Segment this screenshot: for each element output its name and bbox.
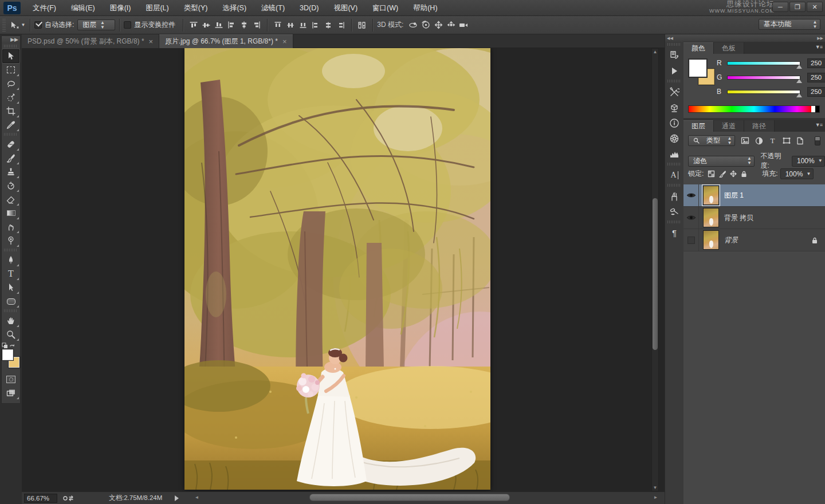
align-horizontal-centers-icon[interactable]: [238, 19, 250, 31]
distribute-horizontal-centers-icon[interactable]: [322, 19, 335, 31]
layer-filter-type-dropdown[interactable]: 类型 ▲▼: [688, 135, 735, 146]
fill-dropdown[interactable]: 100% ▼: [780, 168, 814, 179]
red-channel-slider[interactable]: [727, 61, 800, 65]
rounded-rectangle-tool[interactable]: [2, 294, 19, 308]
workspace-switcher[interactable]: 基本功能 ▲▼: [759, 19, 820, 30]
align-top-edges-icon[interactable]: [187, 19, 200, 31]
menu-item-select[interactable]: 选择(S): [215, 0, 254, 16]
3d-camera-icon[interactable]: [457, 19, 470, 31]
visibility-toggle[interactable]: [683, 229, 699, 251]
history-brush-tool[interactable]: [2, 179, 19, 192]
zoom-level-field[interactable]: 66.67%: [24, 494, 57, 503]
lock-transparent-pixels-icon[interactable]: [706, 169, 717, 179]
hand-tool[interactable]: [2, 314, 19, 328]
lasso-tool[interactable]: [2, 77, 19, 90]
tab-channels[interactable]: 通道: [714, 120, 744, 132]
show-transform-checkbox[interactable]: [124, 21, 131, 29]
eraser-tool[interactable]: [2, 192, 19, 206]
menu-item-window[interactable]: 窗口(W): [365, 0, 406, 16]
menu-item-view[interactable]: 视图(V): [326, 0, 365, 16]
distribute-right-edges-icon[interactable]: [335, 19, 347, 31]
tab-close-icon[interactable]: ×: [149, 38, 154, 45]
align-left-edges-icon[interactable]: [225, 19, 238, 31]
red-channel-value[interactable]: 250: [807, 58, 825, 68]
lock-position-icon[interactable]: [728, 169, 738, 179]
layers-panel-menu-icon[interactable]: ▼≡: [815, 122, 822, 128]
crop-tool[interactable]: [2, 104, 19, 118]
brush-tool[interactable]: [2, 151, 19, 165]
3d-rotate-icon[interactable]: [407, 19, 419, 31]
layer-thumbnail[interactable]: [703, 230, 719, 250]
filter-smart-objects-icon[interactable]: [795, 136, 806, 145]
layer-row-background-copy[interactable]: 背景 拷贝: [683, 207, 825, 229]
vertical-scrollbar-thumb[interactable]: [653, 198, 658, 350]
smudge-tool[interactable]: [2, 220, 19, 234]
status-options-icon[interactable]: [62, 495, 74, 502]
horizontal-scrollbar[interactable]: ◄ ►: [194, 493, 652, 502]
info-panel-icon[interactable]: [666, 115, 682, 131]
blue-channel-slider[interactable]: [727, 90, 800, 94]
quick-selection-tool[interactable]: [2, 90, 19, 104]
auto-align-layers-icon[interactable]: [356, 19, 368, 31]
collapse-tools-button[interactable]: ▶▶: [2, 36, 20, 44]
layer-row-layer1[interactable]: 图层 1: [683, 184, 825, 207]
rectangular-marquee-tool[interactable]: [2, 63, 19, 77]
lock-all-icon[interactable]: [738, 169, 749, 179]
actions-panel-icon[interactable]: [666, 63, 682, 78]
blue-channel-value[interactable]: 250: [807, 87, 825, 97]
3d-panel-icon[interactable]: [666, 100, 682, 115]
3d-drag-icon[interactable]: [432, 19, 445, 31]
align-bottom-edges-icon[interactable]: [213, 19, 225, 31]
menu-item-3d[interactable]: 3D(D): [292, 0, 326, 16]
gradient-tool[interactable]: [2, 206, 19, 220]
move-tool-preset-icon[interactable]: [8, 19, 21, 31]
document-tab-psd[interactable]: PSD.psd @ 50% (背景 副本, RGB/8) * ×: [22, 34, 159, 48]
paragraph-panel-icon[interactable]: ¶: [666, 225, 682, 241]
spot-healing-brush-tool[interactable]: [2, 137, 19, 151]
align-right-edges-icon[interactable]: [250, 19, 263, 31]
filter-pixel-layers-icon[interactable]: [740, 136, 751, 145]
menu-item-layer[interactable]: 图层(L): [138, 0, 176, 16]
layer-thumbnail[interactable]: [703, 208, 719, 227]
visibility-toggle[interactable]: [683, 184, 699, 207]
layer-name[interactable]: 背景 拷贝: [724, 213, 753, 223]
scroll-right-arrow[interactable]: ►: [653, 495, 659, 500]
tool-presets-panel-icon[interactable]: [666, 84, 682, 100]
menu-item-filter[interactable]: 滤镜(T): [254, 0, 292, 16]
scroll-down-arrow[interactable]: ▼: [652, 485, 658, 490]
auto-select-target-dropdown[interactable]: 图层 ▲▼: [77, 19, 115, 30]
distribute-top-edges-icon[interactable]: [272, 19, 284, 31]
foreground-color-swatch[interactable]: [2, 349, 13, 360]
path-selection-tool[interactable]: [2, 281, 19, 294]
photo-document[interactable]: [184, 48, 490, 490]
histogram-panel-icon[interactable]: [666, 146, 682, 162]
default-colors-icon[interactable]: [2, 342, 9, 348]
visibility-toggle[interactable]: [683, 207, 699, 229]
minimize-button[interactable]: ─: [772, 2, 788, 12]
character-panel-icon[interactable]: A: [666, 167, 682, 183]
close-button[interactable]: ✕: [807, 2, 823, 12]
horizontal-scrollbar-thumb[interactable]: [309, 494, 510, 501]
scroll-up-arrow[interactable]: ▲: [652, 49, 658, 54]
filter-shape-layers-icon[interactable]: [781, 136, 792, 145]
menu-item-edit[interactable]: 编辑(E): [64, 0, 103, 16]
quick-mask-button[interactable]: [2, 372, 19, 386]
filter-type-layers-icon[interactable]: T: [767, 136, 778, 145]
collapse-icon-dock-button[interactable]: ◀◀: [665, 34, 683, 42]
vertical-scrollbar[interactable]: ▲ ▼: [651, 48, 659, 491]
tab-paths[interactable]: 路径: [744, 120, 775, 132]
zoom-tool[interactable]: [2, 328, 19, 341]
layer-name[interactable]: 背景: [724, 235, 738, 245]
distribute-left-edges-icon[interactable]: [309, 19, 322, 31]
navigator-panel-icon[interactable]: [666, 131, 682, 146]
layer-name[interactable]: 图层 1: [724, 191, 744, 200]
3d-slide-icon[interactable]: [445, 19, 457, 31]
tab-swatches[interactable]: 色板: [714, 42, 744, 54]
document-tab-original[interactable]: 原片.jpg @ 66.7% (图层 1, RGB/8*) * ×: [159, 34, 293, 48]
panel-foreground-swatch[interactable]: [689, 60, 706, 77]
pen-tool[interactable]: [2, 253, 19, 267]
clone-stamp-tool[interactable]: [2, 165, 19, 179]
layer-thumbnail[interactable]: [703, 186, 719, 205]
menu-item-image[interactable]: 图像(I): [103, 0, 139, 16]
type-tool[interactable]: T: [2, 267, 19, 281]
